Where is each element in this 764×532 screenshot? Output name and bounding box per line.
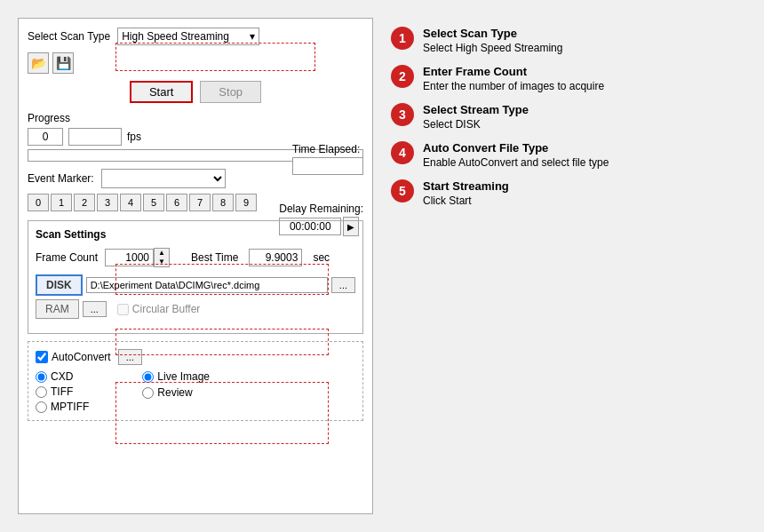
instruction-1-desc: Select High Speed Streaming xyxy=(423,42,562,54)
instruction-2-desc: Enter the number of images to acquire xyxy=(423,80,604,92)
badge-3: 3 xyxy=(391,103,414,126)
toolbar-row: 📂 💾 xyxy=(28,52,363,74)
num-btn-8[interactable]: 8 xyxy=(212,194,234,211)
time-elapsed-label: Time Elapsed: xyxy=(292,143,363,155)
num-btn-0[interactable]: 0 xyxy=(28,194,49,211)
badge-4: 4 xyxy=(391,141,414,164)
review-label: Review xyxy=(157,386,192,399)
time-elapsed-input[interactable] xyxy=(292,157,363,175)
frame-count-up-button[interactable]: ▲ xyxy=(155,249,169,258)
open-button[interactable]: 📂 xyxy=(28,52,49,74)
live-image-radio[interactable] xyxy=(142,371,154,383)
scan-type-select[interactable]: High Speed Streaming ▾ xyxy=(117,28,259,45)
instruction-4-title: Auto Convert File Type xyxy=(423,141,609,155)
instruction-2-title: Enter Frame Count xyxy=(423,65,604,78)
num-btn-4[interactable]: 4 xyxy=(120,194,141,211)
save-icon: 💾 xyxy=(56,56,71,70)
instruction-5-title: Start Streaming xyxy=(423,179,509,193)
instruction-2: 2 Enter Frame Count Enter the number of … xyxy=(391,65,746,92)
instruction-4: 4 Auto Convert File Type Enable AutoConv… xyxy=(391,141,746,169)
instruction-4-desc: Enable AutoConvert and select file type xyxy=(423,156,609,169)
autoconvert-settings-button[interactable]: ... xyxy=(118,349,142,365)
live-image-label: Live Image xyxy=(157,370,210,383)
progress-label: Progress xyxy=(28,112,363,124)
browse-button[interactable]: ... xyxy=(331,277,355,293)
instruction-1-title: Select Scan Type xyxy=(423,27,562,40)
autoconvert-row: AutoConvert ... xyxy=(36,349,355,365)
autoconvert-options-row: CXD TIFF MPTIFF Live Image xyxy=(36,370,355,413)
path-input[interactable] xyxy=(86,277,328,293)
instruction-2-text: Enter Frame Count Enter the number of im… xyxy=(423,65,604,92)
tiff-radio[interactable] xyxy=(36,386,47,398)
ram-row: RAM ... Circular Buffer xyxy=(36,299,355,319)
instruction-3-text: Select Stream Type Select DISK xyxy=(423,103,529,131)
save-button[interactable]: 💾 xyxy=(52,52,74,74)
circular-buffer-label: Circular Buffer xyxy=(132,303,200,315)
circular-buffer-checkbox[interactable] xyxy=(117,304,129,315)
tiff-label: TIFF xyxy=(51,385,73,398)
cxd-radio[interactable] xyxy=(36,371,47,383)
stop-button[interactable]: Stop xyxy=(200,81,261,103)
instruction-5: 5 Start Streaming Click Start xyxy=(391,179,746,207)
right-panel: 1 Select Scan Type Select High Speed Str… xyxy=(391,18,746,514)
delay-remaining-label: Delay Remaining: xyxy=(279,202,363,215)
format-radio-group: CXD TIFF MPTIFF xyxy=(36,370,89,413)
mptiff-radio-item: MPTIFF xyxy=(36,401,89,413)
num-btn-7[interactable]: 7 xyxy=(189,194,211,211)
fps-label: fps xyxy=(127,131,141,143)
start-stop-row: Start Stop xyxy=(28,81,363,103)
instruction-3-title: Select Stream Type xyxy=(423,103,529,116)
instruction-3-desc: Select DISK xyxy=(423,118,529,131)
disk-storage-row: DISK ... xyxy=(36,274,355,296)
num-btn-2[interactable]: 2 xyxy=(74,194,95,211)
best-time-label: Best Time xyxy=(191,251,238,264)
live-image-radio-item: Live Image xyxy=(142,370,210,383)
time-elapsed-section: Time Elapsed: xyxy=(292,143,363,175)
num-btn-5[interactable]: 5 xyxy=(143,194,164,211)
instruction-1: 1 Select Scan Type Select High Speed Str… xyxy=(391,27,746,54)
tiff-radio-item: TIFF xyxy=(36,385,89,398)
scan-type-label: Select Scan Type xyxy=(28,30,110,43)
num-btn-6[interactable]: 6 xyxy=(166,194,187,211)
num-btn-9[interactable]: 9 xyxy=(235,194,257,211)
badge-1: 1 xyxy=(391,27,414,50)
autoconvert-section: AutoConvert ... CXD TIFF MPTIFF xyxy=(28,341,363,421)
frame-count-input[interactable] xyxy=(105,249,154,266)
num-btn-1[interactable]: 1 xyxy=(51,194,72,211)
instruction-1-text: Select Scan Type Select High Speed Strea… xyxy=(423,27,562,54)
best-time-input[interactable] xyxy=(249,249,302,266)
mptiff-label: MPTIFF xyxy=(51,401,89,413)
left-panel: Select Scan Type High Speed Streaming ▾ … xyxy=(18,18,373,514)
cxd-label: CXD xyxy=(51,370,73,383)
event-marker-select[interactable]: Event 1 Event 2 xyxy=(101,169,226,188)
start-button[interactable]: Start xyxy=(130,81,193,103)
fps-input[interactable] xyxy=(68,128,122,146)
scan-type-dropdown-icon: ▾ xyxy=(250,30,255,43)
review-radio-item: Review xyxy=(142,386,210,399)
instruction-5-text: Start Streaming Click Start xyxy=(423,179,509,207)
scan-type-value: High Speed Streaming xyxy=(122,30,229,43)
scan-type-row: Select Scan Type High Speed Streaming ▾ xyxy=(28,28,363,45)
instruction-3: 3 Select Stream Type Select DISK xyxy=(391,103,746,131)
autoconvert-label: AutoConvert xyxy=(52,351,111,363)
scan-settings-title: Scan Settings xyxy=(36,228,355,241)
frame-count-spinner: ▲ ▼ xyxy=(154,248,170,267)
badge-5: 5 xyxy=(391,179,414,202)
disk-button[interactable]: DISK xyxy=(36,274,83,296)
frame-count-label: Frame Count xyxy=(36,251,98,264)
progress-value-input[interactable] xyxy=(28,128,63,146)
autoconvert-checkbox[interactable] xyxy=(36,351,48,363)
num-btn-3[interactable]: 3 xyxy=(97,194,118,211)
badge-2: 2 xyxy=(391,65,414,88)
frame-count-input-group: ▲ ▼ xyxy=(105,248,170,267)
view-radio-group: Live Image Review xyxy=(142,370,210,413)
frame-count-down-button[interactable]: ▼ xyxy=(155,258,169,266)
scan-settings-section: Scan Settings Frame Count ▲ ▼ Best Time … xyxy=(28,220,363,334)
instruction-4-text: Auto Convert File Type Enable AutoConver… xyxy=(423,141,609,169)
ram-button[interactable]: RAM xyxy=(36,299,79,319)
ram-browse-button[interactable]: ... xyxy=(83,301,107,317)
mptiff-radio[interactable] xyxy=(36,401,47,413)
review-radio[interactable] xyxy=(142,387,154,399)
circular-buffer-check: Circular Buffer xyxy=(117,303,200,315)
cxd-radio-item: CXD xyxy=(36,370,89,383)
